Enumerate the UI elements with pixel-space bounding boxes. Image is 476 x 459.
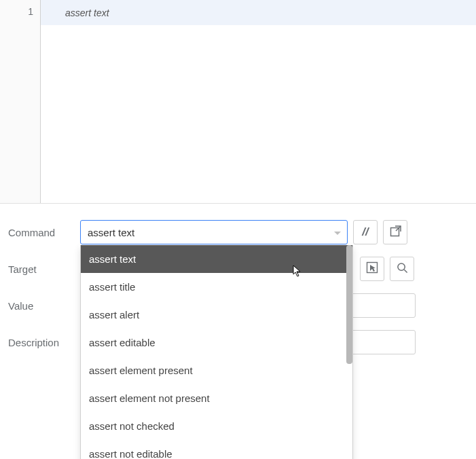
svg-line-3: [404, 270, 407, 272]
row-number: 1: [0, 0, 40, 23]
value-label: Value: [8, 300, 80, 312]
slash-icon: //: [362, 225, 368, 239]
editor-form: Command assert text assert title assert …: [0, 204, 476, 373]
table-row[interactable]: assert text: [41, 0, 476, 25]
dropdown-item[interactable]: assert text: [81, 245, 352, 273]
dropdown-item[interactable]: assert alert: [81, 301, 352, 329]
open-new-window-button[interactable]: [383, 220, 407, 244]
open-new-window-icon: [390, 225, 401, 240]
dropdown-item[interactable]: assert element present: [81, 356, 352, 384]
command-input[interactable]: [80, 220, 348, 244]
dropdown-scrollbar[interactable]: [346, 245, 352, 364]
rows-area[interactable]: assert text: [41, 0, 476, 203]
target-label: Target: [8, 263, 80, 275]
description-label: Description: [8, 337, 80, 348]
row-gutter: 1: [0, 0, 41, 203]
command-combobox[interactable]: assert text assert title assert alert as…: [80, 220, 348, 244]
command-table: 1 assert text: [0, 0, 476, 204]
command-label: Command: [8, 227, 80, 238]
svg-point-2: [397, 263, 404, 270]
dropdown-item[interactable]: assert editable: [81, 329, 352, 356]
magnifier-icon: [397, 262, 408, 276]
dropdown-item[interactable]: assert not editable: [81, 440, 352, 459]
dropdown-item[interactable]: assert element not present: [81, 384, 352, 412]
dropdown-item[interactable]: assert not checked: [81, 412, 352, 440]
select-target-icon: [366, 261, 378, 276]
row-command: assert text: [65, 7, 109, 18]
dropdown-item[interactable]: assert title: [81, 273, 352, 301]
find-target-button[interactable]: [390, 257, 414, 281]
command-dropdown[interactable]: assert text assert title assert alert as…: [80, 245, 353, 459]
toggle-comment-button[interactable]: //: [353, 220, 378, 244]
select-target-button[interactable]: [360, 257, 384, 281]
